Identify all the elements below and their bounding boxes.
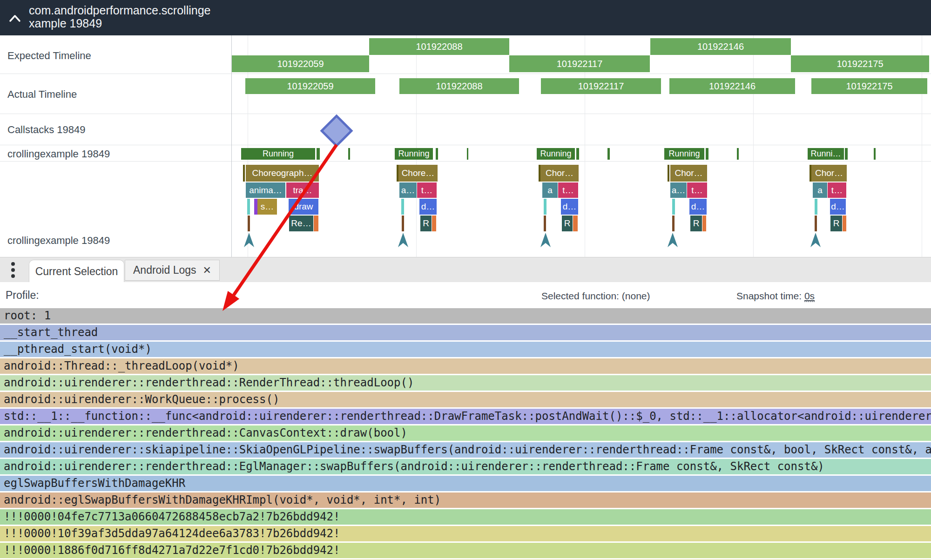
flame-segment-traversal[interactable]: t… bbox=[417, 182, 437, 198]
actual-frame-bar[interactable]: 101922175 bbox=[811, 78, 927, 94]
flame-segment-brown[interactable] bbox=[402, 216, 404, 231]
expected-frame-bar[interactable]: 101922117 bbox=[509, 55, 650, 72]
flame-segment-orange[interactable] bbox=[432, 216, 436, 231]
flame-segment-animate[interactable]: anima… bbox=[246, 182, 285, 198]
flame-segment-brown[interactable] bbox=[815, 216, 817, 231]
stack-frame-row[interactable]: android::Thread::_threadLoop(void*) bbox=[0, 358, 931, 374]
track-separator bbox=[0, 74, 931, 74]
stack-frame-row[interactable]: __pthread_start(void*) bbox=[0, 342, 931, 357]
flame-segment-traversal[interactable]: tra… bbox=[286, 182, 319, 198]
running-state-tick[interactable] bbox=[348, 148, 350, 160]
expected-frame-bar[interactable]: 101922175 bbox=[791, 55, 929, 72]
time-gridline bbox=[753, 35, 754, 257]
flame-segment-aqua[interactable] bbox=[815, 199, 817, 215]
stack-frame-row[interactable]: __start_thread bbox=[0, 325, 931, 340]
flame-segment-accent[interactable] bbox=[668, 165, 669, 182]
actual-frame-bar[interactable]: 101922146 bbox=[669, 78, 795, 94]
stack-frame-row[interactable]: android::uirenderer::renderthread::Canva… bbox=[0, 425, 931, 441]
flame-segment-aqua[interactable] bbox=[672, 199, 675, 215]
stack-frame-row[interactable]: android::uirenderer::skiapipeline::SkiaO… bbox=[0, 442, 931, 458]
running-state-tick[interactable] bbox=[317, 148, 320, 160]
running-state-bar[interactable]: Running bbox=[664, 148, 704, 160]
running-state-tick[interactable] bbox=[737, 148, 739, 160]
running-state-tick[interactable] bbox=[607, 148, 610, 160]
stack-frame-row[interactable]: root: 1 bbox=[0, 308, 931, 324]
flame-segment-choreo[interactable]: Chor… bbox=[540, 165, 579, 182]
trace-marker-icon[interactable] bbox=[540, 233, 551, 248]
stack-frame-row[interactable]: !!!0000!04fe7c7713a0660472688458ecb7a2!7… bbox=[0, 509, 931, 525]
flame-segment-traversal[interactable]: t… bbox=[558, 182, 578, 198]
flame-segment-traversal[interactable]: t… bbox=[687, 182, 707, 198]
flame-segment-brown[interactable] bbox=[248, 216, 250, 231]
running-state-bar[interactable]: Running bbox=[241, 148, 315, 160]
snapshot-time-link[interactable]: 0s bbox=[804, 290, 815, 302]
flame-segment-re[interactable]: R bbox=[690, 216, 702, 231]
expected-frame-bar[interactable]: 101922146 bbox=[650, 38, 791, 55]
flame-segment-animate[interactable]: a bbox=[542, 182, 558, 198]
flame-segment-draw[interactable]: draw bbox=[289, 199, 318, 215]
trace-marker-icon[interactable] bbox=[668, 233, 678, 248]
flame-segment-brown[interactable] bbox=[672, 216, 675, 231]
stack-frame-row[interactable]: android::eglSwapBuffersWithDamageKHRImpl… bbox=[0, 493, 931, 508]
running-state-tick[interactable] bbox=[845, 148, 848, 160]
flame-segment-choreo[interactable]: Chor… bbox=[811, 165, 847, 182]
flame-segment-draw[interactable]: d… bbox=[561, 199, 578, 215]
flame-segment-draw[interactable]: d… bbox=[830, 199, 846, 215]
flame-segment-choreo[interactable]: Chor… bbox=[670, 165, 707, 182]
flame-segment-choreo[interactable]: Choreograph… bbox=[246, 165, 319, 182]
flame-segment-orange[interactable] bbox=[843, 216, 846, 231]
stack-frame-row[interactable]: eglSwapBuffersWithDamageKHR bbox=[0, 476, 931, 491]
flame-segment-draw[interactable]: d… bbox=[419, 199, 437, 215]
kebab-menu-icon[interactable] bbox=[8, 260, 18, 280]
flame-segment-accent[interactable] bbox=[243, 165, 245, 182]
callstack-diamond-marker[interactable] bbox=[322, 116, 351, 146]
flame-segment-aqua[interactable] bbox=[247, 199, 250, 215]
stack-frame-row[interactable]: android::uirenderer::renderthread::Rende… bbox=[0, 375, 931, 391]
flame-segment-s[interactable]: s… bbox=[257, 199, 277, 215]
chevron-up-icon[interactable] bbox=[8, 14, 21, 22]
stack-frame-row[interactable]: !!!0000!1886f0d716ff8d4271a7d22e7f1cd0!7… bbox=[0, 543, 931, 558]
stack-frame-row[interactable]: android::uirenderer::renderthread::EglMa… bbox=[0, 459, 931, 474]
flame-segment-animate[interactable]: a bbox=[813, 182, 827, 198]
expected-frame-bar[interactable]: 101922059 bbox=[232, 55, 369, 72]
tab-android-logs[interactable]: Android Logs ✕ bbox=[125, 260, 220, 281]
running-state-bar[interactable]: Running bbox=[395, 148, 433, 160]
trace-marker-icon[interactable] bbox=[398, 233, 408, 248]
expected-frame-bar[interactable]: 101922088 bbox=[369, 38, 509, 55]
stack-frame-row[interactable]: !!!0000!10f39af3d5dda97a64124dee6a3783!7… bbox=[0, 526, 931, 541]
trace-marker-icon[interactable] bbox=[810, 233, 821, 248]
actual-frame-bar[interactable]: 101922117 bbox=[541, 78, 661, 94]
flame-segment-re[interactable]: R bbox=[562, 216, 573, 231]
stack-frame-row[interactable]: android::uirenderer::WorkQueue::process(… bbox=[0, 392, 931, 407]
trace-marker-icon[interactable] bbox=[244, 233, 254, 248]
process-header[interactable]: com.androidperformance.scrollinge xample… bbox=[0, 0, 931, 35]
flame-segment-orange[interactable] bbox=[314, 216, 318, 231]
running-state-tick[interactable] bbox=[874, 148, 876, 160]
flame-segment-aqua[interactable] bbox=[401, 199, 404, 215]
track-separator bbox=[0, 114, 931, 114]
running-state-tick[interactable] bbox=[576, 148, 579, 160]
flame-segment-orange[interactable] bbox=[702, 216, 706, 231]
flame-segment-re[interactable]: Re… bbox=[289, 216, 313, 231]
close-icon[interactable]: ✕ bbox=[203, 264, 211, 277]
flame-segment-traversal[interactable]: t… bbox=[828, 182, 846, 198]
flame-segment-orange[interactable] bbox=[573, 216, 578, 231]
flame-segment-aqua[interactable] bbox=[544, 199, 546, 215]
flame-segment-purple[interactable] bbox=[254, 199, 257, 215]
flame-segment-draw[interactable]: d… bbox=[689, 199, 707, 215]
flame-segment-animate[interactable]: a… bbox=[399, 182, 417, 198]
flame-segment-choreo[interactable]: Chore… bbox=[398, 165, 438, 182]
tab-current-selection[interactable]: Current Selection bbox=[29, 260, 124, 283]
actual-frame-bar[interactable]: 101922088 bbox=[399, 78, 519, 94]
flame-segment-animate[interactable]: a… bbox=[670, 182, 687, 198]
running-state-tick[interactable] bbox=[436, 148, 438, 160]
flame-segment-re[interactable]: R bbox=[830, 216, 842, 231]
running-state-bar[interactable]: Runni… bbox=[808, 148, 844, 160]
actual-frame-bar[interactable]: 101922059 bbox=[245, 78, 375, 94]
running-state-tick[interactable] bbox=[467, 148, 468, 160]
stack-frame-row[interactable]: std::__1::__function::__func<android::ui… bbox=[0, 409, 931, 424]
flame-segment-brown[interactable] bbox=[544, 216, 546, 231]
running-state-tick[interactable] bbox=[706, 148, 708, 160]
running-state-bar[interactable]: Running bbox=[537, 148, 575, 160]
flame-segment-re[interactable]: R bbox=[420, 216, 432, 231]
